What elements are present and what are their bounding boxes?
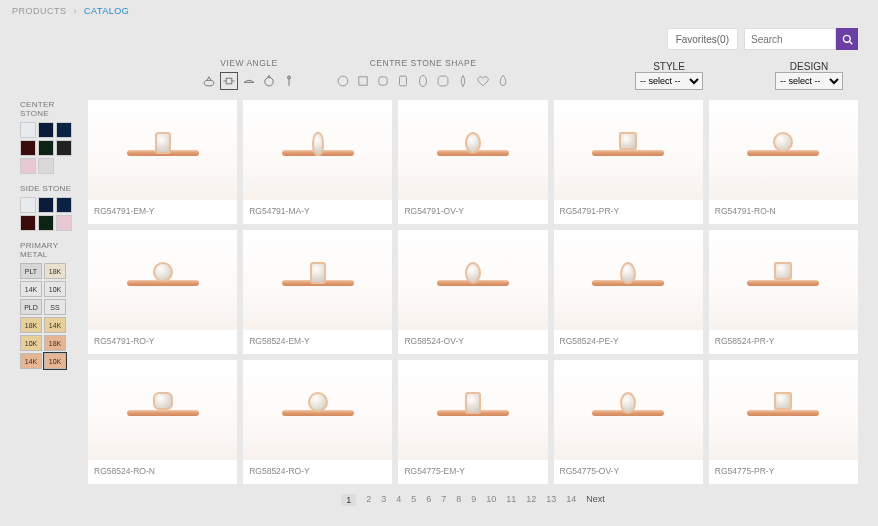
pager-page[interactable]: 12 — [526, 494, 536, 506]
product-sku: RG58524-RO-N — [88, 460, 237, 484]
metal-chip[interactable]: 10K — [44, 281, 66, 297]
shape-cushion-icon[interactable] — [374, 72, 392, 90]
pager-page[interactable]: 13 — [546, 494, 556, 506]
pager-page[interactable]: 5 — [411, 494, 416, 506]
product-card[interactable]: RG54791-PR-Y — [554, 100, 703, 224]
shape-heart-icon[interactable] — [474, 72, 492, 90]
centre-stone-shape-label: CENTRE STONE SHAPE — [370, 58, 477, 68]
product-card[interactable]: RG54791-OV-Y — [398, 100, 547, 224]
pager: 1234567891011121314Next — [88, 484, 858, 512]
metal-chip[interactable]: SS — [44, 299, 66, 315]
product-card[interactable]: RG58524-RO-N — [88, 360, 237, 484]
pager-page[interactable]: 9 — [471, 494, 476, 506]
side-stone-swatch[interactable] — [38, 197, 54, 213]
metal-chip[interactable]: 10K — [20, 335, 42, 351]
product-card[interactable]: RG54775-EM-Y — [398, 360, 547, 484]
product-sku: RG54775-OV-Y — [554, 460, 703, 484]
style-label: STYLE — [653, 61, 685, 72]
svg-point-7 — [265, 78, 273, 86]
center-stone-swatch[interactable] — [20, 158, 36, 174]
metal-chip[interactable]: 10K — [44, 353, 66, 369]
center-stone-swatch[interactable] — [56, 122, 72, 138]
center-stone-swatch[interactable] — [20, 122, 36, 138]
product-sku: RG58524-PE-Y — [554, 330, 703, 354]
side-stone-swatch[interactable] — [20, 197, 36, 213]
svg-point-0 — [843, 35, 850, 42]
product-card[interactable]: RG54791-RO-N — [709, 100, 858, 224]
pager-page[interactable]: 4 — [396, 494, 401, 506]
center-stone-swatch[interactable] — [56, 140, 72, 156]
pager-page[interactable]: 3 — [381, 494, 386, 506]
product-sku: RG54791-EM-Y — [88, 200, 237, 224]
view-angle-angle-perspective-icon[interactable] — [200, 72, 218, 90]
svg-line-1 — [849, 41, 852, 44]
product-card[interactable]: RG54791-MA-Y — [243, 100, 392, 224]
svg-rect-3 — [226, 78, 232, 84]
view-angle-angle-profile-icon[interactable] — [280, 72, 298, 90]
chevron-right-icon: › — [74, 6, 78, 16]
product-sku: RG54791-RO-Y — [88, 330, 237, 354]
search-button[interactable] — [836, 28, 858, 50]
product-thumb — [709, 360, 858, 460]
style-group: STYLE -- select -- — [624, 61, 714, 90]
side-stone-swatch[interactable] — [56, 215, 72, 231]
center-stone-swatch[interactable] — [38, 158, 54, 174]
side-stone-header: SIDE STONE — [20, 184, 76, 193]
pager-page[interactable]: 2 — [366, 494, 371, 506]
pager-page[interactable]: 11 — [506, 494, 516, 506]
metal-chip[interactable]: PLT — [20, 263, 42, 279]
breadcrumb: PRODUCTS › CATALOG — [0, 0, 878, 22]
view-angle-angle-top-icon[interactable] — [220, 72, 238, 90]
product-card[interactable]: RG58524-EM-Y — [243, 230, 392, 354]
favorites-button[interactable]: Favorites(0) — [667, 28, 738, 50]
center-stone-swatch[interactable] — [20, 140, 36, 156]
side-stone-swatch[interactable] — [38, 215, 54, 231]
metal-chip[interactable]: 18K — [20, 317, 42, 333]
product-card[interactable]: RG54775-OV-Y — [554, 360, 703, 484]
product-thumb — [88, 230, 237, 330]
pager-page[interactable]: 7 — [441, 494, 446, 506]
shape-princess-icon[interactable] — [354, 72, 372, 90]
pager-page[interactable]: 10 — [486, 494, 496, 506]
product-card[interactable]: RG54775-PR-Y — [709, 360, 858, 484]
shape-radiant-icon[interactable] — [434, 72, 452, 90]
shape-emerald-icon[interactable] — [394, 72, 412, 90]
svg-rect-13 — [400, 76, 407, 86]
product-card[interactable]: RG54791-RO-Y — [88, 230, 237, 354]
product-card[interactable]: RG58524-PE-Y — [554, 230, 703, 354]
pager-page[interactable]: 1 — [341, 494, 356, 506]
product-card[interactable]: RG54791-EM-Y — [88, 100, 237, 224]
search-wrap — [744, 28, 858, 50]
side-stone-swatch[interactable] — [20, 215, 36, 231]
search-input[interactable] — [744, 28, 836, 50]
metal-chip[interactable]: PLD — [20, 299, 42, 315]
view-angle-angle-through-icon[interactable] — [260, 72, 278, 90]
side-stone-swatch[interactable] — [56, 197, 72, 213]
center-stone-swatch[interactable] — [38, 140, 54, 156]
product-thumb — [243, 100, 392, 200]
product-card[interactable]: RG58524-PR-Y — [709, 230, 858, 354]
metal-chip[interactable]: 18K — [44, 335, 66, 351]
shape-marquise-icon[interactable] — [454, 72, 472, 90]
product-sku: RG54791-PR-Y — [554, 200, 703, 224]
view-angle-angle-side-icon[interactable] — [240, 72, 258, 90]
shape-pear-icon[interactable] — [494, 72, 512, 90]
metal-chip[interactable]: 14K — [20, 281, 42, 297]
design-label: DESIGN — [790, 61, 828, 72]
pager-page[interactable]: 14 — [566, 494, 576, 506]
metal-chip[interactable]: 14K — [44, 317, 66, 333]
metal-chip[interactable]: 18K — [44, 263, 66, 279]
breadcrumb-root[interactable]: PRODUCTS — [12, 6, 67, 16]
pager-next[interactable]: Next — [586, 494, 605, 506]
center-stone-swatch[interactable] — [38, 122, 54, 138]
style-select[interactable]: -- select -- — [635, 72, 703, 90]
pager-page[interactable]: 6 — [426, 494, 431, 506]
product-card[interactable]: RG58524-OV-Y — [398, 230, 547, 354]
product-card[interactable]: RG58524-RO-Y — [243, 360, 392, 484]
shape-oval-icon[interactable] — [414, 72, 432, 90]
design-select[interactable]: -- select -- — [775, 72, 843, 90]
breadcrumb-current[interactable]: CATALOG — [84, 6, 129, 16]
metal-chip[interactable]: 14K — [20, 353, 42, 369]
shape-round-icon[interactable] — [334, 72, 352, 90]
pager-page[interactable]: 8 — [456, 494, 461, 506]
